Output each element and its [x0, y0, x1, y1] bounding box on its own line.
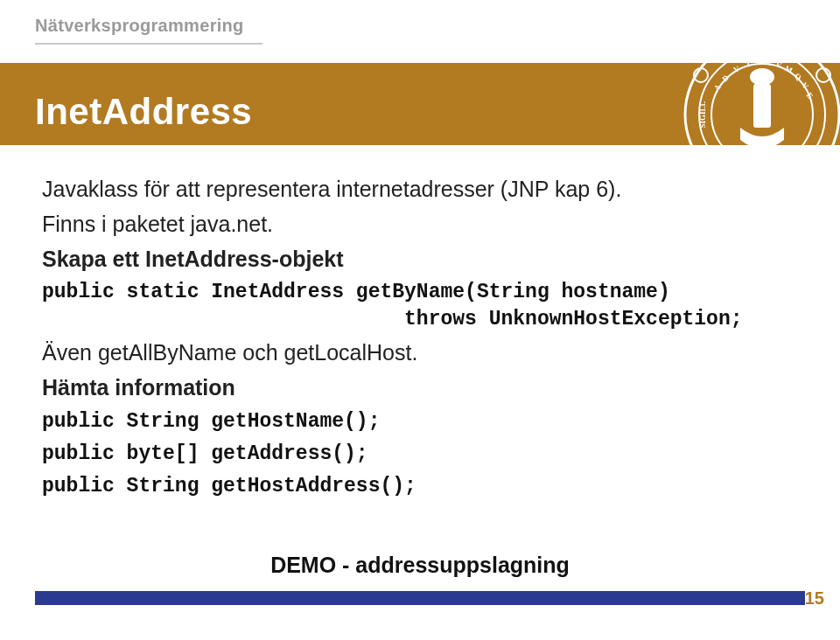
demo-label: DEMO - addressuppslagning — [42, 551, 798, 581]
body-line: Även getAllByName och getLocalHost. — [42, 338, 798, 368]
page-number: 15 — [805, 588, 824, 609]
title-bar: InetAddress A D V T R — [0, 63, 840, 145]
svg-point-8 — [750, 68, 774, 86]
code-line: public String getHostAddress(); — [42, 473, 798, 500]
code-line: public static InetAddress getByName(Stri… — [42, 279, 798, 333]
svg-text:T: T — [745, 59, 752, 69]
svg-rect-7 — [753, 84, 771, 128]
code-line: public String getHostName(); — [42, 408, 798, 435]
svg-rect-9 — [738, 145, 786, 152]
section-heading: Skapa ett InetAddress-objekt — [42, 245, 798, 275]
code-line: public byte[] getAddress(); — [42, 441, 798, 468]
footer-bar — [35, 591, 805, 605]
svg-text:SIGILL: SIGILL — [698, 101, 707, 128]
slide: Nätverksprogrammering InetAddress A — [0, 0, 840, 640]
svg-text:Q: Q — [793, 71, 803, 81]
slide-title: InetAddress — [35, 91, 252, 133]
content-area: Javaklass för att representera interneta… — [0, 145, 840, 581]
university-seal-icon: A D V T R V M Q V E SIGILL — [670, 23, 840, 206]
header-rule — [35, 43, 262, 45]
body-line: Finns i paketet java.net. — [42, 210, 798, 240]
footer — [35, 591, 805, 623]
section-heading: Hämta information — [42, 373, 798, 403]
